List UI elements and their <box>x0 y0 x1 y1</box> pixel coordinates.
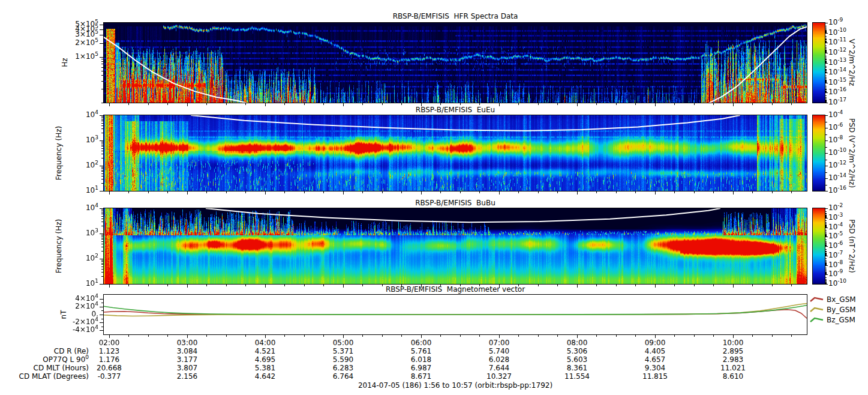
table-cell: 11.554 <box>556 372 598 381</box>
x-minor-tick <box>460 335 461 337</box>
x-minor-tick <box>304 285 305 286</box>
y-tick-label: 102 <box>62 161 98 170</box>
x-minor-tick <box>323 191 324 193</box>
colorbar-minor-tick <box>825 279 827 280</box>
colorbar-major-tick <box>825 284 828 285</box>
bx-line-swatch <box>810 297 824 303</box>
colorbar-major-tick <box>825 153 828 154</box>
y-minor-tick <box>101 251 103 252</box>
x-minor-tick <box>674 103 675 105</box>
y-tick-label: 101 <box>62 186 98 195</box>
x-minor-tick <box>245 285 246 286</box>
y-minor-tick <box>101 151 103 151</box>
colorbar-minor-tick <box>825 89 827 90</box>
x-minor-tick <box>674 285 675 286</box>
x-minor-tick <box>440 103 441 105</box>
y-minor-tick <box>101 71 103 71</box>
magnetometer-plot-canvas <box>104 295 807 334</box>
table-cell: 11.021 <box>712 364 754 372</box>
x-major-tick <box>577 335 578 338</box>
x-minor-tick <box>304 191 305 193</box>
colorbar-major-tick <box>825 115 828 116</box>
y-minor-tick <box>101 219 103 219</box>
y-minor-tick <box>101 210 103 210</box>
colorbar-minor-tick <box>825 233 827 234</box>
y-tick-label: 103 <box>62 136 98 145</box>
colorbar-tick-label: 10-16 <box>828 186 856 195</box>
table-cell: 6.018 <box>400 355 442 364</box>
x-major-tick <box>187 285 188 288</box>
table-cell: 3.084 <box>166 347 208 355</box>
colorbar-minor-tick <box>825 58 827 58</box>
x-major-tick <box>265 285 266 288</box>
x-minor-tick <box>479 285 480 286</box>
table-cell: 11.815 <box>634 372 676 381</box>
table-cell: 9.304 <box>634 364 676 372</box>
x-minor-tick <box>206 335 207 337</box>
y-minor-tick <box>101 310 103 311</box>
eueu-spectrogram-canvas <box>104 115 807 191</box>
table-cell: 5.761 <box>400 347 442 355</box>
x-minor-tick <box>323 335 324 337</box>
y-minor-tick <box>101 67 103 68</box>
rbsp-emfisis-figure: RBSP-B/EMFISIS HFR Spectra Data RBSP-B/E… <box>0 0 868 395</box>
colorbar-tick-label: 10-3 <box>828 213 856 222</box>
x-minor-tick <box>479 335 480 337</box>
table-cell: 5.306 <box>556 347 598 355</box>
colorbar-major-tick <box>825 218 828 219</box>
table-cell: 2.983 <box>712 355 754 364</box>
y-major-tick <box>100 208 103 209</box>
table-cell: 2.156 <box>166 372 208 381</box>
x-minor-tick <box>167 285 168 286</box>
colorbar-major-tick <box>825 33 828 34</box>
colorbar-minor-tick <box>825 223 827 224</box>
eueu-y-axis-label: Frequency (Hz) <box>55 126 63 181</box>
x-tick-label: 10:00 <box>712 339 754 347</box>
table-cell: 3.177 <box>166 355 208 364</box>
y-tick-label: 104 <box>62 204 98 213</box>
eueu-spectrogram <box>103 115 807 191</box>
x-minor-tick <box>245 103 246 105</box>
x-minor-tick <box>713 191 714 193</box>
table-cell: 5.590 <box>322 355 364 364</box>
x-minor-tick <box>401 191 402 193</box>
colorbar-major-tick <box>825 128 828 128</box>
x-minor-tick <box>557 285 558 286</box>
x-minor-tick <box>284 191 285 193</box>
x-tick-label: 07:00 <box>478 339 520 347</box>
colorbar-minor-tick <box>825 76 827 76</box>
y-tick-label: 103 <box>62 229 98 238</box>
x-minor-tick <box>460 191 461 193</box>
x-minor-tick <box>284 285 285 286</box>
colorbar-minor-tick <box>825 122 827 122</box>
table-cell: 8.671 <box>400 372 442 381</box>
colorbar-minor-tick <box>825 86 827 86</box>
x-minor-tick <box>752 335 753 337</box>
x-major-tick <box>577 103 578 106</box>
colorbar-minor-tick <box>825 230 827 231</box>
x-major-tick <box>655 103 656 106</box>
x-minor-tick <box>752 285 753 286</box>
x-minor-tick <box>284 103 285 105</box>
colorbar-tick-label: 10-6 <box>828 123 856 132</box>
legend-label-by: By_GSM <box>827 306 856 314</box>
x-minor-tick <box>518 285 519 286</box>
x-minor-tick <box>694 103 695 105</box>
y-tick-label: 101 <box>62 279 98 288</box>
colorbar-tick-label: 10-12 <box>828 48 856 57</box>
colorbar-minor-tick <box>825 70 827 71</box>
x-major-tick <box>733 191 734 194</box>
y-minor-tick <box>101 272 103 273</box>
y-minor-tick <box>101 267 103 267</box>
table-cell: 1.176 <box>88 355 130 364</box>
x-minor-tick <box>596 335 597 337</box>
y-major-tick <box>100 35 103 35</box>
colorbar-minor-tick <box>825 258 827 259</box>
y-minor-tick <box>101 303 103 303</box>
y-minor-tick <box>101 59 103 59</box>
colorbar-tick-label: 10-10 <box>828 279 856 288</box>
table-cell: 6.987 <box>400 364 442 372</box>
colorbar-tick-label: 10-13 <box>828 58 856 67</box>
colorbar-major-tick <box>825 103 828 103</box>
x-minor-tick <box>206 191 207 193</box>
